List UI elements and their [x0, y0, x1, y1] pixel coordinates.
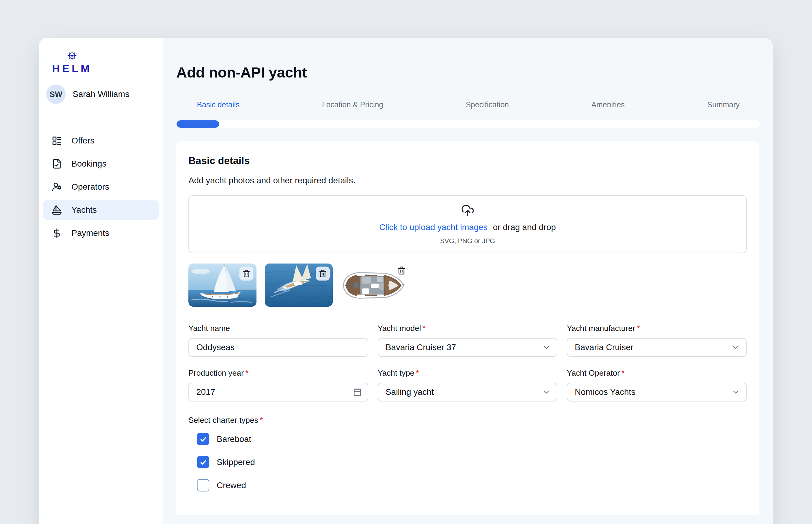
sidebar: HELM SW Sarah Williams Offers [39, 38, 163, 524]
field-label: Yacht model* [378, 324, 558, 333]
required-marker: * [637, 324, 640, 333]
checkbox-skippered[interactable]: Skippered [197, 456, 747, 469]
screen: HELM SW Sarah Williams Offers [0, 0, 812, 524]
charter-types-label: Select charter types* [188, 415, 747, 425]
yacht-manufacturer-select[interactable]: Bavaria Cruiser [567, 338, 747, 357]
basic-details-card: Basic details Add yacht photos and other… [176, 141, 759, 514]
upload-link[interactable]: Click to upload yacht images [379, 223, 487, 232]
brand-name: HELM [49, 63, 95, 75]
sidebar-item-payments[interactable]: Payments [43, 223, 159, 243]
section-title: Basic details [188, 155, 747, 167]
yacht-type-select[interactable]: Sailing yacht [378, 383, 558, 402]
user-profile[interactable]: SW Sarah Williams [39, 84, 163, 104]
sidebar-item-offers[interactable]: Offers [43, 131, 159, 151]
delete-image-button[interactable] [316, 266, 330, 280]
yacht-image-1 [188, 263, 256, 307]
field-label: Yacht manufacturer* [567, 324, 747, 333]
field-label: Production year* [188, 369, 368, 378]
file-check-icon [51, 158, 62, 169]
field-yacht-name: Yacht name [188, 324, 368, 357]
upload-dropzone[interactable]: Click to upload yacht images or drag and… [188, 195, 747, 253]
checkbox-label: Bareboat [217, 434, 251, 444]
required-marker: * [422, 324, 426, 333]
checkbox-label: Crewed [217, 480, 246, 490]
tab-basic-details[interactable]: Basic details [197, 100, 239, 109]
progress-fill [177, 120, 219, 128]
sailboat-icon [51, 204, 62, 215]
field-yacht-model: Yacht model* Bavaria Cruiser 37 [378, 324, 558, 357]
checkbox-bareboat[interactable]: Bareboat [197, 433, 747, 445]
uploaded-images [188, 263, 747, 307]
upload-cloud-icon [461, 203, 475, 218]
tab-location-pricing[interactable]: Location & Pricing [322, 100, 383, 109]
dollar-icon [51, 228, 62, 239]
field-label: Yacht name [188, 324, 368, 333]
delete-image-button[interactable] [239, 266, 253, 280]
sidebar-item-bookings[interactable]: Bookings [43, 154, 159, 174]
field-yacht-operator: Yacht Operator* Nomicos Yachts [567, 369, 747, 402]
charter-types-group: Select charter types* Bareboat [188, 415, 747, 491]
page-title: Add non-API yacht [176, 64, 773, 81]
main-content: Add non-API yacht Basic details Location… [163, 38, 773, 524]
ship-wheel-icon [49, 50, 95, 62]
sidebar-item-yachts[interactable]: Yachts [43, 200, 159, 220]
yacht-image-3 [341, 263, 405, 307]
field-yacht-manufacturer: Yacht manufacturer* Bavaria Cruiser [567, 324, 747, 357]
sidebar-item-label: Payments [71, 228, 110, 238]
checkbox-label: Skippered [217, 457, 255, 467]
charter-options: Bareboat Skippered Crewed [197, 433, 747, 491]
required-marker: * [416, 369, 419, 377]
progress-bar [176, 120, 761, 128]
field-label: Yacht type* [378, 369, 558, 378]
yacht-model-select[interactable]: Bavaria Cruiser 37 [378, 338, 558, 357]
layout-list-icon [51, 135, 62, 146]
yacht-name-input[interactable] [188, 338, 368, 357]
tab-specification[interactable]: Specification [466, 100, 509, 109]
checkbox-box [197, 479, 210, 491]
sidebar-item-label: Bookings [71, 159, 106, 169]
sidebar-item-label: Operators [71, 182, 110, 192]
brand-logo: HELM [49, 50, 95, 75]
sidebar-item-operators[interactable]: Operators [43, 177, 159, 197]
avatar: SW [46, 84, 66, 104]
yacht-form: Yacht name Yacht model* Bavaria Cruiser [188, 324, 747, 402]
required-marker: * [622, 369, 625, 377]
checkbox-box [197, 433, 210, 445]
delete-image-button[interactable] [395, 263, 409, 278]
user-name: Sarah Williams [73, 89, 130, 99]
upload-text: Click to upload yacht images or drag and… [379, 223, 556, 232]
tab-amenities[interactable]: Amenities [591, 100, 625, 109]
sidebar-nav: Offers Bookings [39, 131, 163, 243]
checkbox-crewed[interactable]: Crewed [197, 479, 747, 491]
app-window: HELM SW Sarah Williams Offers [39, 38, 773, 524]
production-year-input[interactable] [188, 383, 368, 402]
sidebar-item-label: Offers [71, 136, 95, 146]
yacht-operator-select[interactable]: Nomicos Yachts [567, 383, 747, 402]
field-production-year: Production year* [188, 369, 368, 402]
upload-formats: SVG, PNG or JPG [440, 237, 495, 245]
sidebar-item-label: Yachts [71, 205, 97, 215]
stepper-tabs: Basic details Location & Pricing Specifi… [197, 100, 740, 109]
section-subtitle: Add yacht photos and other required deta… [188, 176, 747, 185]
checkbox-box [197, 456, 210, 469]
field-yacht-type: Yacht type* Sailing yacht [378, 369, 558, 402]
upload-suffix: or drag and drop [493, 223, 556, 232]
user-gear-icon [51, 181, 62, 192]
required-marker: * [260, 415, 263, 425]
field-label: Yacht Operator* [567, 369, 747, 378]
required-marker: * [245, 369, 248, 377]
yacht-image-2 [265, 263, 333, 307]
tab-summary[interactable]: Summary [707, 100, 740, 109]
